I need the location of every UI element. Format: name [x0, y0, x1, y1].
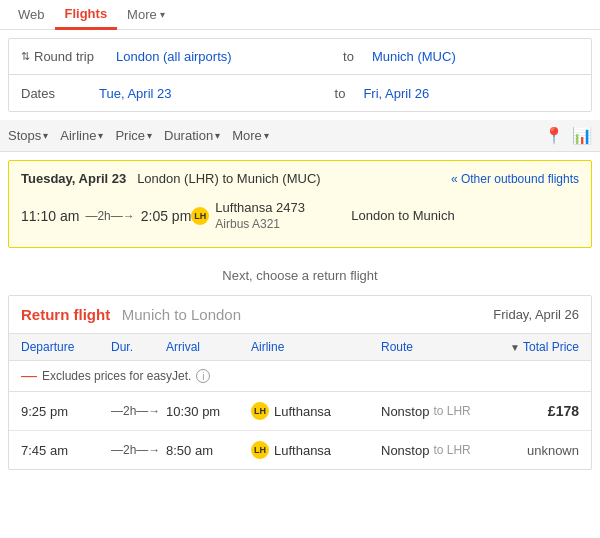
flight2-depart: 7:45 am	[21, 443, 111, 458]
outbound-duration: —2h— →	[85, 209, 134, 223]
col-arrival[interactable]: Arrival	[166, 340, 251, 354]
info-icon[interactable]: i	[196, 369, 210, 383]
chevron-down-icon: ▾	[215, 130, 220, 141]
other-outbound-flights-link[interactable]: « Other outbound flights	[451, 172, 579, 186]
destination-field[interactable]: Munich (MUC)	[362, 41, 591, 72]
outbound-title: Tuesday, April 23 London (LHR) to Munich…	[21, 171, 321, 186]
swap-arrows-icon: ⇅	[21, 50, 30, 63]
col-route[interactable]: Route	[381, 340, 479, 354]
filter-bar: Stops ▾ Airline ▾ Price ▾ Duration ▾ Mor…	[0, 120, 600, 152]
return-flight-row[interactable]: 9:25 pm —2h— → 10:30 pm LH Lufthansa Non…	[9, 392, 591, 431]
outbound-route: London to Munich	[351, 208, 454, 223]
trip-type-select[interactable]: ⇅ Round trip	[9, 49, 106, 64]
col-airline[interactable]: Airline	[251, 340, 381, 354]
return-header: Return flight Munich to London Friday, A…	[9, 296, 591, 334]
chart-icon[interactable]: 📊	[572, 126, 592, 145]
outbound-flight-row: 11:10 am —2h— → 2:05 pm LH Lufthansa 247…	[21, 194, 579, 237]
chevron-down-icon: ▾	[160, 9, 165, 20]
dates-label: Dates	[9, 86, 89, 101]
outbound-header: Tuesday, April 23 London (LHR) to Munich…	[21, 171, 579, 186]
return-date: Friday, April 26	[493, 307, 579, 322]
to-label-1: to	[335, 49, 362, 64]
chevron-down-icon: ▾	[43, 130, 48, 141]
search-section: ⇅ Round trip London (all airports) to Mu…	[8, 38, 592, 112]
col-departure[interactable]: Departure	[21, 340, 111, 354]
top-navigation: Web Flights More ▾	[0, 0, 600, 30]
lufthansa-logo: LH	[191, 207, 209, 225]
origin-field[interactable]: London (all airports)	[106, 41, 335, 72]
lufthansa-logo: LH	[251, 441, 269, 459]
chevron-down-icon: ▾	[98, 130, 103, 141]
outbound-airline: LH Lufthansa 2473 Airbus A321	[191, 200, 351, 231]
flight1-airline: LH Lufthansa	[251, 402, 381, 420]
stops-filter[interactable]: Stops ▾	[8, 128, 48, 143]
flight2-airline: LH Lufthansa	[251, 441, 381, 459]
duration-filter[interactable]: Duration ▾	[164, 128, 220, 143]
more-filter[interactable]: More ▾	[232, 128, 269, 143]
map-icon[interactable]: 📍	[544, 126, 564, 145]
excludes-row: — Excludes prices for easyJet. i	[9, 361, 591, 392]
flight2-arrive: 8:50 am	[166, 443, 251, 458]
chevron-down-icon: ▾	[264, 130, 269, 141]
lufthansa-logo: LH	[251, 402, 269, 420]
nav-flights[interactable]: Flights	[55, 0, 118, 30]
sort-arrow-icon: ▼	[510, 342, 520, 353]
flight1-depart: 9:25 pm	[21, 404, 111, 419]
flight1-duration: —2h— →	[111, 404, 166, 418]
chevron-down-icon: ▾	[147, 130, 152, 141]
next-label: Next, choose a return flight	[0, 256, 600, 295]
flight2-duration: —2h— →	[111, 443, 166, 457]
return-flight-row[interactable]: 7:45 am —2h— → 8:50 am LH Lufthansa Nons…	[9, 431, 591, 469]
price-filter[interactable]: Price ▾	[115, 128, 152, 143]
flight2-price: unknown	[479, 442, 579, 458]
to-label-2: to	[327, 86, 354, 101]
outbound-times: 11:10 am —2h— → 2:05 pm	[21, 208, 191, 224]
dates-row: Dates Tue, April 23 to Fri, April 26	[9, 75, 591, 111]
excludes-dash-icon: —	[21, 367, 37, 385]
view-icons: 📍 📊	[544, 126, 592, 145]
nav-more[interactable]: More ▾	[117, 0, 175, 30]
depart-date-field[interactable]: Tue, April 23	[89, 78, 327, 109]
col-duration[interactable]: Dur.	[111, 340, 166, 354]
outbound-section: Tuesday, April 23 London (LHR) to Munich…	[8, 160, 592, 248]
table-header: Departure Dur. Arrival Airline Route ▼ T…	[9, 334, 591, 361]
flight1-price: £178	[479, 403, 579, 419]
airline-filter[interactable]: Airline ▾	[60, 128, 103, 143]
return-date-field[interactable]: Fri, April 26	[353, 78, 591, 109]
nav-web[interactable]: Web	[8, 0, 55, 30]
flight1-route: Nonstop to LHR	[381, 404, 479, 419]
flight1-arrive: 10:30 pm	[166, 404, 251, 419]
trip-origin-row: ⇅ Round trip London (all airports) to Mu…	[9, 39, 591, 75]
return-section: Return flight Munich to London Friday, A…	[8, 295, 592, 470]
col-price[interactable]: ▼ Total Price	[479, 340, 579, 354]
flight2-route: Nonstop to LHR	[381, 443, 479, 458]
